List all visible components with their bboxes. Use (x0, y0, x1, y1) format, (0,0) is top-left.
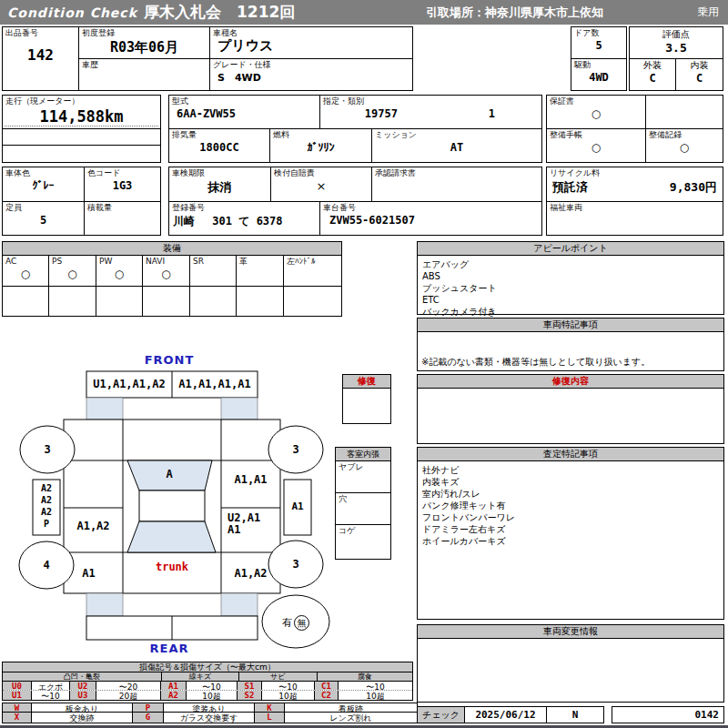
warranty-label: 保証書 (547, 96, 645, 107)
insurance-value: × (271, 179, 371, 193)
type-class-values: 19757 1 (320, 107, 541, 120)
history-label: 車歴 (79, 59, 209, 71)
marks-row-1: W 板金あり P 塗装あり K 看板跡 (3, 703, 417, 713)
inspection-row: 車検期限 抹消 検付自賠責 × 承認請求書 (169, 167, 541, 202)
check-number: 0142 (612, 706, 724, 723)
left-side-codes: A2 A2 A2 P (33, 482, 60, 530)
lot-number-cell: 出品番号 142 (3, 27, 79, 90)
score-value: 3.5 (630, 41, 723, 55)
exterior-value: C (630, 72, 675, 85)
color-code-label: 色コード (85, 167, 160, 179)
right-center-door-codes: U2,A1 A1 (228, 512, 280, 536)
inspection-reg-table: 車検期限 抹消 検付自賠責 × 承認請求書 登録番号 川崎 301 て 6378… (168, 167, 542, 236)
ext-int-row: 外装 C 内装 C (630, 59, 723, 90)
color-code-cell: 色コード 1G3 (85, 167, 160, 201)
drive-value: 4WD (571, 71, 626, 84)
title-bar: Condition Check 厚木入札会 1212回 引取場所：神奈川県厚木市… (0, 0, 728, 25)
equip-ac-label: AC (3, 256, 48, 268)
legend-group-corrosion: 腐食 (318, 672, 412, 681)
doors-drive-table: ドア数 5 駆動 4WD (571, 26, 627, 91)
displacement-row: 排気量 1800CC 燃料 ｶﾞｿﾘﾝ ミッション AT (169, 129, 541, 162)
capacity-label: 定員 (3, 202, 84, 214)
check-inspector: N (547, 707, 603, 723)
body-color-cell: 車体色 ｸﾞﾚｰ (3, 167, 85, 201)
body-color-label: 車体色 (3, 167, 84, 179)
first-registration-cell: 初度登録 R03年06月 (79, 27, 209, 59)
welfare-label: 福祉車両 (547, 202, 723, 214)
rear-label: REAR (136, 642, 202, 655)
equip-lhd: 左ﾊﾝﾄﾞﾙ (284, 256, 341, 286)
equip-ac-mark: ○ (3, 268, 48, 280)
maintenance-record-label: 整備記録 (646, 129, 723, 141)
recycle-fee: 9,830円 (670, 179, 717, 196)
maintenance-book-label: 整備手帳 (547, 129, 645, 141)
body-color-value: ｸﾞﾚｰ (3, 179, 84, 192)
fuel-label: 燃料 (270, 129, 371, 141)
doors-cell: ドア数 5 (571, 27, 626, 59)
brand-logo: Condition Check (7, 5, 144, 20)
change-info-panel: 車両変更情報 (417, 624, 724, 703)
maintenance-row: 整備手帳 ○ 整備記録 ○ (547, 129, 723, 162)
spare-yes-label: 有 (282, 616, 292, 630)
equip-ac: AC○ (3, 256, 49, 286)
engine-spec-table: 型式 6AA-ZVW55 指定・類別 19757 1 排気量 1800CC 燃料… (168, 95, 542, 163)
doors-value: 5 (571, 39, 626, 52)
grade-cell: グレード・仕様 S 4WD (210, 59, 412, 90)
legend-group-scratch: 線キズ (162, 672, 239, 681)
equip-ps-mark: ○ (49, 268, 96, 280)
vehicle-notes-panel: 車両特記事項 ※記載のない書類・機器等は無しとして取り扱います。 (417, 318, 724, 371)
right-side-code: A1 (284, 500, 311, 512)
plate-cell: 登録番号 川崎 301 て 6378 (169, 202, 320, 235)
mission-cell: ミッション AT (372, 129, 541, 162)
equip-navi-label: NAVI (143, 256, 189, 268)
equip-sr-label: SR (190, 256, 236, 268)
vin-label: 車台番号 (320, 202, 541, 214)
type-value: 19757 (320, 107, 442, 120)
assessment-items: 社外ナビ内装キズ室内汚れ/スレパンク修理キット有フロントバンパーワレドアミラー左… (418, 461, 723, 550)
drive-label: 駆動 (571, 59, 626, 71)
warranty-row: 保証書 ○ (547, 96, 723, 129)
vehicle-notes-note: ※記載のない書類・機器等は無しとして取り扱います。 (418, 332, 723, 370)
recycle-welfare-table: リサイクル料 預託済 9,830円 福祉車両 (546, 167, 723, 236)
score-cell: 評価点 3.5 (630, 27, 723, 59)
load-label: 積載量 (85, 202, 160, 214)
appeal-panel: アピールポイント エアバッグABSプッシュスタートETCバックカメラ付き (417, 241, 724, 315)
repair-details-panel: 修復内容 (417, 374, 724, 444)
tire-front-right: 3 (282, 443, 309, 456)
change-info-title: 車両変更情報 (418, 625, 723, 639)
damage-legend-table: 損傷記号＆損傷サイズ（〜最大cm） 凸凹・亀裂 線キズ サビ 腐食 U0 エクボ… (2, 662, 413, 701)
maintenance-record-cell: 整備記録 ○ (646, 129, 723, 162)
mileage-cell: 走行（現メーター） 114,588km (3, 96, 160, 129)
insurance-cell: 検付自賠責 × (271, 167, 372, 201)
usage-type: 乗用 (697, 5, 719, 20)
damage-diagram: FRONT U1,A1,A1,A2 A1,A1,A1,A1 3 3 4 3 A … (0, 350, 419, 660)
exterior-label: 外装 (630, 59, 675, 72)
mission-label: ミッション (372, 129, 541, 141)
mission-value: AT (372, 141, 541, 154)
trunk-label: trunk (123, 561, 221, 573)
legend-row-1: U0 エクボ U2 〜20 A1 〜10 S1 〜10 C1 〜10 (3, 682, 412, 691)
spare-tire-indicator: 有無 (262, 612, 329, 632)
score-table: 評価点 3.5 外装 C 内装 C (629, 26, 723, 91)
displacement-value: 1800CC (169, 141, 269, 154)
color-code-value: 1G3 (85, 179, 160, 192)
equipment-row: AC○ PS○ PW○ NAVI○ SR 革 左ﾊﾝﾄﾞﾙ (3, 256, 341, 287)
equip-leather: 革 (237, 256, 284, 286)
maintenance-record-mark: ○ (646, 141, 723, 154)
grade-value: S 4WD (210, 71, 412, 85)
first-registration-value: R03年06月 (79, 39, 209, 56)
vehicle-id-table: 出品番号 142 初度登録 R03年06月 車歴 車種名 プリウス グレード・仕… (2, 26, 413, 91)
color-capacity-table: 車体色 ｸﾞﾚｰ 色コード 1G3 定員 5 積載量 (2, 167, 161, 236)
equipment-table: 装備 AC○ PS○ PW○ NAVI○ SR 革 左ﾊﾝﾄﾞﾙ (2, 241, 342, 317)
auction-sheet: Condition Check 厚木入札会 1212回 引取場所：神奈川県厚木市… (0, 0, 728, 728)
legend-group-dent: 凸凹・亀裂 (3, 672, 162, 681)
equipment-title: 装備 (3, 242, 341, 256)
plate-value: 川崎 301 て 6378 (169, 214, 319, 229)
vin-cell: 車台番号 ZVW55-6021507 (320, 202, 541, 235)
model-code-label: 型式 (169, 96, 319, 107)
capacity-cell: 定員 5 (3, 202, 85, 235)
marks-row-2: X 交換跡 G ガラス交換要す L レンズ割れ (3, 713, 417, 723)
mileage-value: 114,588km (5, 107, 158, 126)
windshield-code: A (136, 468, 202, 480)
right-front-door-codes: A1,A1 (221, 473, 280, 486)
